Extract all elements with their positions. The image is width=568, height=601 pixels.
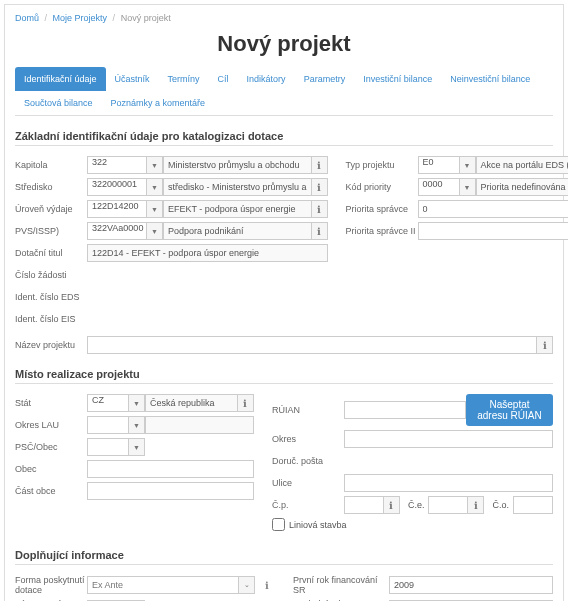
breadcrumb: Domů / Moje Projekty / Nový projekt <box>15 11 553 27</box>
forma-select[interactable]: Ex Ante <box>87 576 239 594</box>
forma-dropdown[interactable]: ⌄ <box>239 576 255 594</box>
label-p1: Priorita správce <box>346 204 418 214</box>
label-pvs: PVS/ISSP) <box>15 226 87 236</box>
label-obec: Obec <box>15 464 87 474</box>
info-icon[interactable]: ℹ <box>312 178 328 196</box>
ruian-input[interactable] <box>344 401 466 419</box>
crumb-home[interactable]: Domů <box>15 13 39 23</box>
info-icon[interactable]: ℹ <box>259 577 275 593</box>
label-stat: Stát <box>15 398 87 408</box>
label-ident-eis: Ident. číslo EIS <box>15 314 87 324</box>
okres-input[interactable] <box>344 430 553 448</box>
stredisko-text: středisko - Ministerstvo průmyslu a <box>163 178 312 196</box>
typ-code[interactable]: E0 <box>418 156 460 174</box>
typ-text: Akce na portálu EDS (seznam žád <box>476 156 568 174</box>
tab-cil[interactable]: Cíl <box>209 67 238 91</box>
label-kapitola: Kapitola <box>15 160 87 170</box>
label-ruian: RÚIAN <box>272 405 344 415</box>
label-ulice: Ulice <box>272 478 344 488</box>
stat-dropdown[interactable]: ▼ <box>129 394 145 412</box>
okres-lau-dropdown[interactable]: ▼ <box>129 416 145 434</box>
tab-souctova[interactable]: Součtová bilance <box>15 91 102 115</box>
stredisko-code[interactable]: 322000001 <box>87 178 147 196</box>
label-ce: Č.e. <box>408 500 425 510</box>
tab-indikatory[interactable]: Indikátory <box>238 67 295 91</box>
tab-poznamky[interactable]: Poznámky a komentáře <box>102 91 215 115</box>
section-title-dopln: Doplňující informace <box>15 549 553 565</box>
kod-code[interactable]: 0000 <box>418 178 460 196</box>
tab-neinv-bilance[interactable]: Neinvestiční bilance <box>441 67 539 91</box>
kod-dropdown[interactable]: ▼ <box>460 178 476 196</box>
tab-ucastnik[interactable]: Účastník <box>106 67 159 91</box>
label-okres: Okres <box>272 434 344 444</box>
kod-text: Priorita nedefinována <box>476 178 568 196</box>
section-title-ident: Základní identifikační údaje pro katalog… <box>15 130 553 146</box>
info-icon[interactable]: ℹ <box>468 496 484 514</box>
okres-lau-code[interactable] <box>87 416 129 434</box>
ruian-button[interactable]: Našeptat adresu RÚIAN <box>466 394 553 426</box>
pvs-dropdown[interactable]: ▼ <box>147 222 163 240</box>
uroven-text: EFEKT - podpora úspor energie <box>163 200 312 218</box>
label-kod: Kód priority <box>346 182 418 192</box>
nazev-input[interactable] <box>87 336 537 354</box>
co-input[interactable] <box>513 496 553 514</box>
ulice-input[interactable] <box>344 474 553 492</box>
crumb-projects[interactable]: Moje Projekty <box>53 13 108 23</box>
label-cisloz: Číslo žádosti <box>15 270 87 280</box>
cast-obce-input[interactable] <box>87 482 254 500</box>
stat-text: Česká republika <box>145 394 238 412</box>
tab-terminy[interactable]: Termíny <box>159 67 209 91</box>
label-co: Č.o. <box>492 500 509 510</box>
label-nazev: Název projektu <box>15 340 87 350</box>
okres-lau-text <box>145 416 254 434</box>
label-dotacni: Dotační titul <box>15 248 87 258</box>
psc-dropdown[interactable]: ▼ <box>129 438 145 456</box>
tabs: Identifikační údaje Účastník Termíny Cíl… <box>15 67 553 116</box>
info-icon[interactable]: ℹ <box>312 156 328 174</box>
page-title: Nový projekt <box>15 31 553 57</box>
ce-input[interactable] <box>428 496 468 514</box>
stredisko-dropdown[interactable]: ▼ <box>147 178 163 196</box>
info-icon[interactable]: ℹ <box>238 394 254 412</box>
crumb-current: Nový projekt <box>121 13 171 23</box>
liniova-checkbox[interactable] <box>272 518 285 531</box>
psc-code[interactable] <box>87 438 129 456</box>
label-cp: Č.p. <box>272 500 344 510</box>
dotacni-text: 122D14 - EFEKT - podpora úspor energie <box>87 244 328 262</box>
label-cast-obce: Část obce <box>15 486 87 496</box>
info-icon[interactable]: ℹ <box>312 222 328 240</box>
p2-input[interactable] <box>418 222 568 240</box>
tab-parametry[interactable]: Parametry <box>295 67 355 91</box>
uroven-code[interactable]: 122D14200 <box>87 200 147 218</box>
label-psc: PSČ/Obec <box>15 442 87 452</box>
section-title-misto: Místo realizace projektu <box>15 368 553 384</box>
label-okres-lau: Okres LAU <box>15 420 87 430</box>
p1-input[interactable] <box>418 200 568 218</box>
cp-input[interactable] <box>344 496 384 514</box>
info-icon[interactable]: ℹ <box>537 336 553 354</box>
prvni-input[interactable] <box>389 576 553 594</box>
pvs-code[interactable]: 322VAa0000 <box>87 222 147 240</box>
tab-inv-bilance[interactable]: Investiční bilance <box>354 67 441 91</box>
info-icon[interactable]: ℹ <box>384 496 400 514</box>
label-stredisko: Středisko <box>15 182 87 192</box>
pvs-text: Podpora podnikání <box>163 222 312 240</box>
stat-code[interactable]: CZ <box>87 394 129 412</box>
label-p2: Priorita správce II <box>346 226 418 236</box>
kapitola-dropdown[interactable]: ▼ <box>147 156 163 174</box>
label-typ: Typ projektu <box>346 160 418 170</box>
tab-identifikacni[interactable]: Identifikační údaje <box>15 67 106 91</box>
label-ident-eds: Ident. číslo EDS <box>15 292 87 302</box>
obec-input[interactable] <box>87 460 254 478</box>
typ-dropdown[interactable]: ▼ <box>460 156 476 174</box>
kapitola-text: Ministerstvo průmyslu a obchodu <box>163 156 312 174</box>
label-uroven: Úroveň výdaje <box>15 204 87 214</box>
label-forma: Forma poskytnutí dotace <box>15 575 87 595</box>
info-icon[interactable]: ℹ <box>312 200 328 218</box>
liniova-label: Liniová stavba <box>289 520 347 530</box>
label-prvni: První rok financování SR <box>293 575 389 595</box>
uroven-dropdown[interactable]: ▼ <box>147 200 163 218</box>
label-doruc: Doruč. pošta <box>272 456 344 466</box>
kapitola-code[interactable]: 322 <box>87 156 147 174</box>
